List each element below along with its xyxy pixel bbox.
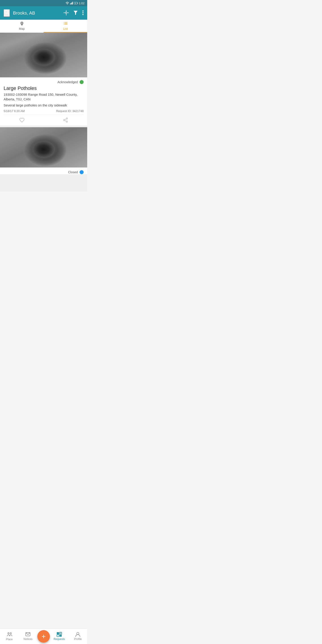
card-1-share-button[interactable]: [63, 118, 68, 123]
svg-line-7: [8, 13, 9, 14]
card-1-actions: [0, 115, 87, 126]
app-bar: Brooks, AB: [0, 6, 87, 20]
request-card-1: Acknowledged Large Potholes 193002-19309…: [0, 33, 87, 126]
pothole-photo-2: [0, 127, 87, 168]
svg-rect-0: [70, 3, 70, 4]
svg-rect-2: [72, 2, 72, 4]
svg-point-14: [82, 10, 84, 12]
svg-rect-5: [77, 3, 78, 4]
content-area: Acknowledged Large Potholes 193002-19309…: [0, 33, 87, 192]
map-tab-icon: [20, 21, 24, 26]
tab-map[interactable]: Map: [0, 20, 44, 33]
card-1-image[interactable]: [0, 33, 87, 77]
svg-rect-4: [74, 2, 77, 4]
app-title: Brooks, AB: [13, 10, 60, 16]
card-1-status-label: Acknowledged: [58, 80, 78, 84]
svg-line-26: [65, 120, 66, 122]
svg-rect-21: [64, 24, 64, 24]
battery-icon: [74, 2, 78, 4]
svg-point-23: [66, 118, 68, 119]
svg-rect-17: [64, 22, 64, 22]
card-1-status-row: Acknowledged: [4, 80, 84, 84]
card-1-title: Large Potholes: [4, 86, 84, 91]
tab-list[interactable]: List: [44, 20, 87, 33]
svg-marker-13: [74, 11, 78, 15]
pothole-photo-1: [0, 33, 87, 77]
svg-point-24: [64, 120, 65, 121]
card-1-address: 193002-193098 Range Road 150, Newell Cou…: [4, 92, 84, 102]
svg-point-16: [82, 14, 84, 15]
location-button[interactable]: [64, 10, 69, 16]
svg-point-15: [82, 12, 84, 13]
card-2-status-label: Closed: [68, 170, 78, 174]
filter-button[interactable]: [73, 10, 78, 16]
list-tab-label: List: [63, 27, 68, 30]
card-1-description: Several large potholes on the city sidew…: [4, 103, 84, 107]
svg-rect-18: [64, 22, 67, 22]
card-1-request-id: Request ID: 3421748: [56, 109, 84, 113]
svg-rect-19: [64, 23, 64, 24]
list-tab-icon: [63, 21, 68, 26]
svg-line-27: [65, 119, 66, 120]
card-1-meta: 5/18/17 6:20 AM Request ID: 3421748: [4, 109, 84, 115]
svg-rect-1: [71, 3, 71, 4]
more-button[interactable]: [82, 10, 84, 16]
card-1-like-button[interactable]: [19, 118, 25, 123]
status-time: 1:02: [79, 2, 84, 5]
svg-point-8: [66, 12, 67, 14]
svg-rect-3: [72, 2, 73, 4]
status-bar: 1:02: [0, 0, 87, 6]
svg-rect-22: [64, 24, 67, 24]
request-card-2: Closed: [0, 127, 87, 174]
card-2-status-dot: [80, 170, 84, 174]
card-1-body: Acknowledged Large Potholes 193002-19309…: [0, 77, 87, 115]
app-bar-actions: [64, 10, 84, 16]
tab-bar: Map List: [0, 20, 87, 33]
svg-rect-20: [64, 23, 67, 24]
search-button[interactable]: [4, 9, 10, 17]
card-1-date: 5/18/17 6:20 AM: [4, 109, 25, 113]
card-2-body: Closed: [0, 168, 87, 174]
map-tab-label: Map: [19, 27, 24, 30]
signal-icon: [70, 2, 73, 5]
card-2-status-row: Closed: [4, 170, 84, 174]
svg-point-25: [66, 121, 68, 122]
card-1-status-dot: [80, 80, 84, 84]
wifi-icon: [66, 2, 69, 5]
status-icons: 1:02: [66, 2, 84, 5]
card-2-image[interactable]: [0, 127, 87, 168]
